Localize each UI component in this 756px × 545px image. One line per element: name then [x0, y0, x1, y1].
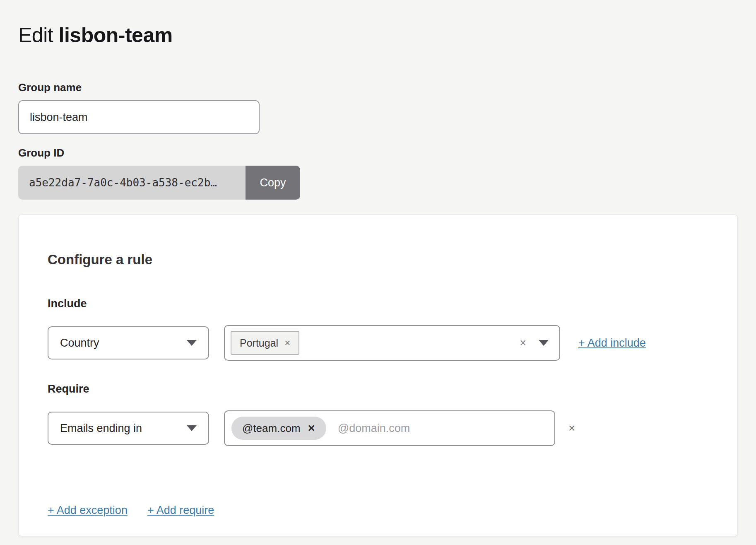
include-row: Country Portugal × × + Add include [48, 325, 708, 361]
include-tag-portugal: Portugal × [231, 331, 299, 355]
group-id-field: Group ID a5e22da7-7a0c-4b03-a538-ec2b… C… [18, 147, 738, 200]
remove-tag-icon[interactable]: × [284, 338, 290, 348]
group-name-field: Group name [18, 81, 738, 134]
require-label: Require [48, 383, 708, 395]
add-exception-link[interactable]: + Add exception [48, 504, 128, 517]
require-selector-value: Emails ending in [60, 422, 142, 435]
chevron-down-icon [187, 425, 197, 431]
rule-links-row: + Add exception + Add require [48, 504, 708, 517]
require-email-input[interactable] [337, 422, 546, 435]
rule-card-heading: Configure a rule [48, 251, 708, 268]
include-selector-dropdown[interactable]: Country [48, 326, 209, 359]
chevron-down-icon [187, 340, 197, 346]
group-id-widget: a5e22da7-7a0c-4b03-a538-ec2b… Copy [18, 166, 300, 200]
page-title-prefix: Edit [18, 24, 53, 47]
add-require-link[interactable]: + Add require [147, 504, 214, 517]
edit-group-page: Edit lisbon-team Group name Group ID a5e… [0, 0, 756, 545]
include-tag-label: Portugal [240, 337, 278, 349]
require-tag-team-com: @team.com ✕ [231, 417, 326, 440]
page-title: Edit lisbon-team [18, 23, 738, 47]
multiselect-controls: × [520, 338, 549, 349]
include-label: Include [48, 297, 708, 310]
add-include-link[interactable]: + Add include [578, 337, 646, 350]
remove-rule-icon[interactable]: × [568, 422, 575, 434]
group-name-input[interactable] [18, 100, 260, 134]
group-id-label: Group ID [18, 147, 738, 159]
chevron-down-icon [539, 340, 549, 346]
require-tag-label: @team.com [242, 422, 301, 435]
group-name-label: Group name [18, 81, 738, 94]
require-row: Emails ending in @team.com ✕ × [48, 410, 708, 446]
clear-selection-icon[interactable]: × [520, 338, 526, 349]
remove-tag-icon[interactable]: ✕ [308, 424, 315, 433]
require-selector-dropdown[interactable]: Emails ending in [48, 412, 209, 445]
require-value-input-box[interactable]: @team.com ✕ [224, 410, 555, 446]
rule-card: Configure a rule Include Country Portuga… [18, 215, 738, 536]
page-title-group-name: lisbon-team [59, 24, 173, 47]
include-value-multiselect[interactable]: Portugal × × [224, 325, 560, 361]
group-id-value: a5e22da7-7a0c-4b03-a538-ec2b… [18, 166, 246, 200]
copy-button[interactable]: Copy [246, 166, 300, 200]
include-selector-value: Country [60, 337, 99, 350]
